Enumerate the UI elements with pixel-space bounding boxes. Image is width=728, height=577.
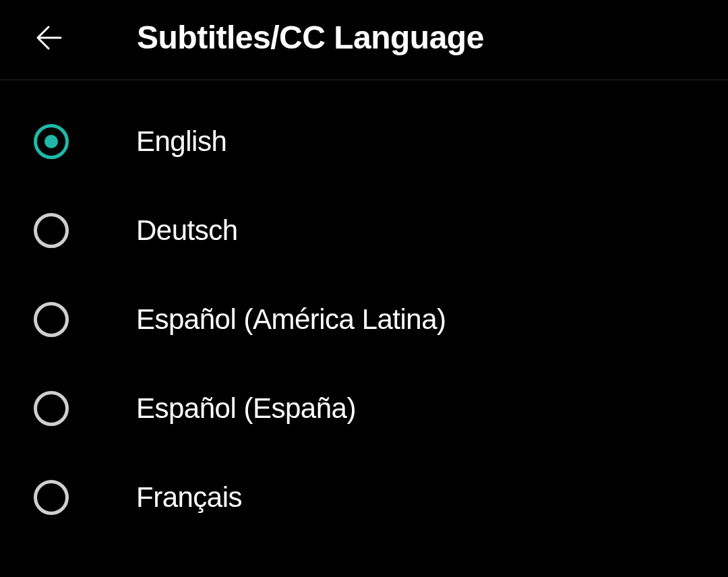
- back-button[interactable]: [34, 22, 66, 54]
- option-label: English: [136, 125, 226, 158]
- option-label: Deutsch: [136, 214, 238, 247]
- option-label: Español (América Latina): [136, 303, 446, 336]
- language-option-deutsch[interactable]: Deutsch: [34, 206, 694, 255]
- language-option-espanol-espana[interactable]: Español (España): [34, 384, 694, 433]
- language-option-english[interactable]: English: [34, 117, 694, 166]
- language-options-list: English Deutsch Español (América Latina)…: [0, 80, 728, 522]
- language-option-espanol-latam[interactable]: Español (América Latina): [34, 295, 694, 344]
- arrow-left-icon: [34, 22, 66, 54]
- radio-icon: [34, 480, 69, 515]
- language-option-francais[interactable]: Français: [34, 473, 694, 522]
- radio-icon: [34, 124, 69, 159]
- page-title: Subtitles/CC Language: [137, 19, 484, 56]
- option-label: Español (España): [136, 392, 356, 425]
- radio-icon: [34, 213, 69, 248]
- header: Subtitles/CC Language: [0, 0, 728, 80]
- option-label: Français: [136, 481, 242, 514]
- radio-icon: [34, 302, 69, 337]
- radio-icon: [34, 391, 69, 426]
